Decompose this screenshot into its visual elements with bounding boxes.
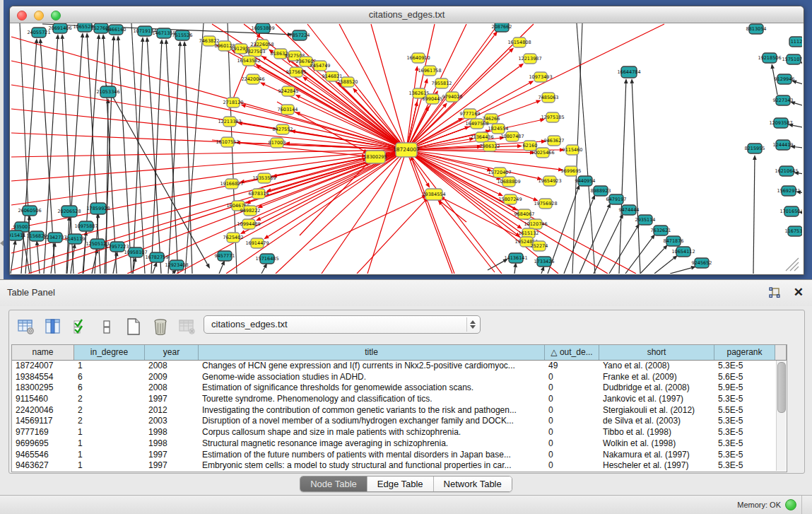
table-cell[interactable]: 0: [545, 394, 599, 405]
table-row[interactable]: 969969511998Structural magnetic resonanc…: [12, 438, 787, 450]
table-cell[interactable]: 1: [74, 450, 145, 461]
table-cell[interactable]: 1998: [145, 438, 199, 450]
table-cell[interactable]: 2009: [145, 372, 199, 383]
table-cell[interactable]: Stergiakouli et al. (2012): [599, 405, 714, 416]
table-cell[interactable]: 5.5E-5: [714, 405, 775, 416]
table-cell[interactable]: 2: [74, 416, 145, 427]
create-column-button[interactable]: [122, 316, 145, 337]
table-cell[interactable]: 6: [74, 382, 145, 394]
table-row[interactable]: 946554611997Estimation of the future num…: [12, 450, 787, 461]
table-row[interactable]: 946362711997Embryonic stem cells: a mode…: [12, 460, 787, 472]
table-row[interactable]: 1938455462009Genome-wide association stu…: [12, 372, 787, 383]
table-cell[interactable]: 14569117: [12, 416, 74, 427]
table-cell[interactable]: 5.3E-5: [714, 438, 775, 450]
table-cell[interactable]: 19384554: [12, 372, 74, 383]
column-header-year[interactable]: year: [145, 345, 199, 360]
table-cell[interactable]: 1997: [145, 450, 199, 461]
table-cell[interactable]: 2: [74, 394, 145, 405]
float-window-icon[interactable]: [768, 286, 781, 299]
table-source-select[interactable]: citations_edges.txt: [204, 315, 481, 334]
table-cell[interactable]: 0: [545, 438, 599, 450]
table-cell[interactable]: Corpus callosum shape and size in male p…: [199, 427, 545, 438]
show-columns-button[interactable]: [42, 316, 64, 337]
table-row[interactable]: 977716911998Corpus callosum shape and si…: [12, 427, 787, 438]
table-cell[interactable]: 0: [545, 405, 599, 416]
table-cell[interactable]: Estimation of significance thresholds fo…: [199, 382, 545, 394]
table-row[interactable]: 1830029562008Estimation of significance …: [12, 382, 787, 394]
table-cell[interactable]: 9777169: [12, 427, 74, 438]
table-cell[interactable]: 0: [545, 460, 599, 472]
unselect-all-columns-button[interactable]: [95, 316, 118, 337]
table-cell[interactable]: 0: [545, 427, 599, 438]
tab-edge-table[interactable]: Edge Table: [367, 477, 434, 491]
table-cell[interactable]: Yano et al. (2008): [599, 361, 714, 372]
table-cell[interactable]: 18300295: [12, 382, 74, 394]
table-cell[interactable]: Hescheler et al. (1997): [599, 460, 714, 472]
table-cell[interactable]: 5.3E-5: [714, 416, 775, 427]
table-cell[interactable]: Dudbridge et al. (2008): [599, 382, 714, 394]
table-cell[interactable]: 18724007: [12, 361, 74, 372]
column-header-in_degree[interactable]: in_degree: [74, 345, 145, 360]
column-header-out_de[interactable]: △ out_de...: [545, 345, 599, 360]
table-cell[interactable]: 1998: [145, 427, 199, 438]
table-cell[interactable]: Structural magnetic resonance image aver…: [199, 438, 545, 450]
table-cell[interactable]: Investigating the contribution of common…: [199, 405, 545, 416]
column-header-pagerank[interactable]: pagerank: [714, 345, 775, 360]
close-panel-icon[interactable]: ✕: [794, 285, 804, 300]
table-cell[interactable]: de Silva et al. (2003): [599, 416, 714, 427]
table-row[interactable]: 1456911722003Disruption of a novel membe…: [12, 416, 787, 427]
table-row[interactable]: 1872400712008Changes of HCN gene express…: [12, 361, 787, 372]
tab-node-table[interactable]: Node Table: [300, 477, 367, 491]
table-cell[interactable]: 5.3E-5: [714, 427, 775, 438]
table-cell[interactable]: Disruption of a novel member of a sodium…: [199, 416, 545, 427]
table-cell[interactable]: Estimation of the future numbers of pati…: [199, 450, 545, 461]
table-cell[interactable]: 0: [545, 416, 599, 427]
column-header-name[interactable]: name: [12, 345, 74, 360]
table-cell[interactable]: 2008: [145, 361, 199, 372]
table-cell[interactable]: 2: [74, 405, 145, 416]
table-cell[interactable]: 1: [74, 460, 145, 472]
network-window[interactable]: citations_edges.txt 18724007183002951938…: [9, 6, 804, 275]
sidebar-collapsed-rail[interactable]: [0, 0, 4, 279]
table-cell[interactable]: Tibbo et al. (1998): [599, 427, 714, 438]
table-cell[interactable]: Embryonic stem cells: a model to study s…: [199, 460, 545, 472]
tab-network-table[interactable]: Network Table: [434, 477, 512, 491]
table-cell[interactable]: 1: [74, 427, 145, 438]
table-cell[interactable]: Nakamura et al. (1997): [599, 450, 714, 461]
table-cell[interactable]: 5.3E-5: [714, 394, 775, 405]
table-row[interactable]: 911546021997Tourette syndrome. Phenomeno…: [12, 394, 787, 405]
table-cell[interactable]: 1997: [145, 394, 199, 405]
table-cell[interactable]: Genome-wide association studies in ADHD.: [199, 372, 545, 383]
table-cell[interactable]: 49: [545, 361, 599, 372]
table-cell[interactable]: 1: [74, 361, 145, 372]
table-cell[interactable]: 5.3E-5: [714, 361, 775, 372]
table-cell[interactable]: 5.6E-5: [714, 372, 775, 383]
network-window-titlebar[interactable]: citations_edges.txt: [10, 6, 804, 23]
table-cell[interactable]: 9463627: [12, 460, 74, 472]
collapse-chevron-icon[interactable]: [0, 240, 4, 246]
table-cell[interactable]: 9465546: [12, 450, 74, 461]
table-row[interactable]: 2242004622012Investigating the contribut…: [12, 405, 787, 416]
table-cell[interactable]: 22420046: [12, 405, 74, 416]
table-cell[interactable]: 1: [74, 438, 145, 450]
delete-table-button-disabled[interactable]: [176, 316, 199, 337]
network-graph-canvas[interactable]: 1872400718300295193845542405572120691406…: [10, 23, 802, 274]
table-cell[interactable]: 5.3E-5: [714, 450, 775, 461]
table-cell[interactable]: 2008: [145, 382, 199, 394]
table-cell[interactable]: 5.3E-5: [714, 460, 775, 472]
table-cell[interactable]: 0: [545, 450, 599, 461]
table-cell[interactable]: Franke et al. (2009): [599, 372, 714, 383]
table-cell[interactable]: Jankovic et al. (1997): [599, 394, 714, 405]
memory-ok-indicator[interactable]: [785, 499, 796, 510]
table-cell[interactable]: 5.9E-5: [714, 382, 775, 394]
table-cell[interactable]: 1997: [145, 460, 199, 472]
table-cell[interactable]: 2003: [145, 416, 199, 427]
table-cell[interactable]: Changes of HCN gene expression and I(f) …: [199, 361, 545, 372]
column-header-title[interactable]: title: [199, 345, 545, 360]
vertical-scrollbar[interactable]: [776, 361, 786, 471]
delete-column-button[interactable]: [149, 316, 172, 337]
table-cell[interactable]: 0: [545, 382, 599, 394]
table-cell[interactable]: 2012: [145, 405, 199, 416]
select-all-columns-button[interactable]: [69, 316, 91, 337]
table-cell[interactable]: Wolkin et al. (1998): [599, 438, 714, 450]
